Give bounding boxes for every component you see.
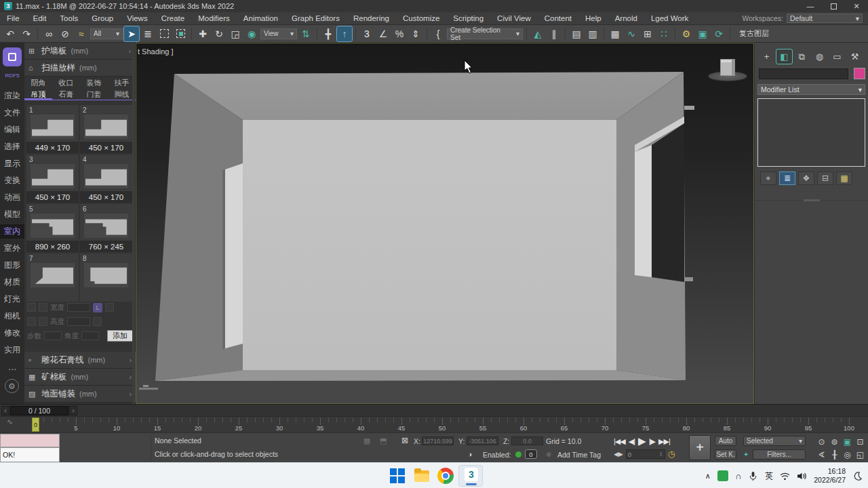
tray-dark-app-icon[interactable]: ∩ (735, 471, 741, 481)
render-setup-icon[interactable]: ⚙ (679, 26, 694, 41)
viewport-label[interactable]: t Shading ] (138, 47, 174, 56)
set-key-button[interactable]: Set K. (715, 449, 736, 460)
add-time-tag-button[interactable]: Add Time Tag (557, 451, 601, 459)
menu-rendering[interactable]: Rendering (347, 12, 396, 24)
transform-typein-icon[interactable]: ⊠ (401, 436, 408, 445)
rail-item-9[interactable]: 室内 (0, 224, 24, 239)
tray-overflow-button[interactable]: ∧ (705, 472, 711, 481)
rail-item-11[interactable]: 图形 (0, 258, 24, 272)
zoom-all-icon[interactable]: ⊚ (828, 435, 841, 448)
chrome-icon[interactable] (437, 468, 454, 484)
curve-editor-icon[interactable]: ∿ (624, 26, 639, 41)
zoom-icon[interactable]: ⊙ (815, 435, 828, 448)
time-slider-handle[interactable]: 0 / 100 (10, 406, 68, 415)
pin-stack-button[interactable]: ⌖ (760, 171, 776, 185)
tab-收口[interactable]: 收口 (52, 77, 80, 89)
next-step-button2[interactable] (39, 317, 47, 326)
rail-item-13[interactable]: 灯光 (0, 292, 24, 306)
material-editor-icon[interactable]: ∷ (656, 26, 671, 41)
profile-item-8[interactable]: 8 (80, 253, 132, 302)
z-coordinate-field[interactable]: 0.0 (511, 436, 543, 445)
tab-门套[interactable]: 门套 (80, 89, 108, 100)
go-end-button[interactable]: ▶▶| (658, 437, 670, 446)
rail-item-1[interactable]: 渲染 (0, 89, 24, 103)
section-header-sweep[interactable]: ⌂ 扫描放样(mm) (24, 60, 135, 77)
next-step-button[interactable] (39, 303, 47, 312)
pan-icon[interactable]: ╂ (828, 448, 841, 461)
menu-group[interactable]: Group (85, 12, 120, 24)
plugin-logo-icon[interactable] (3, 47, 22, 66)
profile-item-4[interactable]: 4450 × 170 (80, 155, 132, 203)
wifi-icon[interactable] (780, 471, 790, 481)
width-extra-button[interactable] (105, 303, 114, 312)
ref-coordsys-dropdown[interactable]: View▾ (260, 28, 297, 39)
set-keys-button[interactable]: + (689, 435, 711, 460)
menu-tools[interactable]: Tools (53, 12, 85, 24)
display-tab[interactable]: ▭ (829, 49, 845, 64)
rail-item-4[interactable]: 选择 (0, 140, 24, 154)
menu-graph-editors[interactable]: Graph Editors (285, 12, 347, 24)
frame-number-spinner[interactable]: 0⇕ (626, 449, 665, 459)
undo-icon[interactable]: ↶ (3, 26, 18, 41)
isolate-toggle-icon[interactable]: ▦ (363, 436, 370, 445)
select-object-icon[interactable]: ➤ (124, 26, 139, 41)
maximize-viewport-icon[interactable]: ◱ (854, 448, 867, 461)
align-icon[interactable]: ∥ (547, 26, 561, 41)
rail-item-16[interactable]: 实用 (0, 343, 24, 357)
rail-more-button[interactable]: ⋯ (0, 362, 24, 376)
key-selection-dropdown[interactable]: Selected▾ (743, 436, 806, 446)
key-step-arrows[interactable]: ◀▶ (614, 451, 623, 458)
panel-divider[interactable] (755, 200, 868, 201)
section-header-3[interactable]: ▫雕花石膏线(mm)› (24, 352, 136, 369)
volume-icon[interactable] (797, 471, 807, 481)
prev-step-button2[interactable] (27, 317, 36, 326)
play-button[interactable]: ▶ (638, 435, 646, 447)
height-input[interactable] (67, 317, 90, 326)
keyboard-override-icon[interactable]: ↑ (337, 26, 352, 41)
mirror-icon[interactable]: ◭ (530, 26, 545, 41)
selection-lock-icon[interactable]: ⬒ (380, 436, 387, 445)
hierarchy-tab[interactable]: ⧉ (794, 49, 810, 64)
section-header-4[interactable]: ▦矿棉板(mm)› (24, 369, 136, 386)
zoom-extents-all-icon[interactable]: ⊡ (854, 435, 867, 448)
modifier-stack[interactable] (757, 98, 865, 167)
time-slider[interactable]: ‹ 0 / 100 › (0, 404, 868, 416)
x-coordinate-field[interactable]: 12710.599 (422, 436, 454, 445)
select-place-icon[interactable]: ◉ (244, 26, 259, 41)
render-production-icon[interactable]: ⟳ (711, 26, 726, 41)
track-bar[interactable]: 0510152025303540455055606570758085909510… (0, 416, 868, 432)
current-frame-marker[interactable]: 0 (32, 418, 39, 432)
next-frame-button[interactable]: › (69, 406, 77, 415)
tab-石膏[interactable]: 石膏 (52, 89, 80, 100)
rail-item-6[interactable]: 变换 (0, 174, 24, 188)
toggle-layer-explorer-icon[interactable]: ▥ (585, 26, 600, 41)
y-coordinate-field[interactable]: -3051.106 (467, 436, 498, 445)
menu-file[interactable]: File (0, 12, 26, 24)
angle-snap-icon[interactable]: ∠ (376, 26, 391, 41)
tab-装饰[interactable]: 装饰 (80, 77, 108, 89)
utilities-tab[interactable]: ⚒ (847, 49, 863, 64)
orbit-icon[interactable]: ◎ (841, 448, 854, 461)
create-tab[interactable]: + (759, 49, 774, 64)
file-explorer-icon[interactable] (414, 468, 430, 484)
unlink-icon[interactable]: ⊘ (58, 26, 73, 41)
redo-icon[interactable]: ↷ (19, 26, 34, 41)
workspaces-dropdown[interactable]: Default▾ (787, 14, 863, 23)
section-header-wall-panel[interactable]: ⊞ 护墙板(mm) › (24, 43, 135, 60)
select-manipulate-icon[interactable]: ╋ (321, 26, 336, 41)
named-selection-dropdown[interactable]: Create Selection Set▾ (447, 28, 523, 39)
menu-modifiers[interactable]: Modifiers (191, 12, 237, 24)
profile-item-5[interactable]: 5890 × 260 (26, 204, 79, 252)
profile-item-1[interactable]: 1449 × 170 (26, 105, 79, 153)
taskbar-3dsmax-icon[interactable]: 3 (458, 465, 483, 487)
selection-filter-dropdown[interactable]: All▾ (90, 28, 123, 39)
rail-item-5[interactable]: 显示 (0, 157, 24, 171)
bind-space-warp-icon[interactable]: ≈ (74, 26, 89, 41)
ime-indicator[interactable]: 英 (765, 470, 773, 482)
width-input[interactable] (67, 303, 90, 312)
rail-item-12[interactable]: 材质 (0, 275, 24, 289)
prev-step-button[interactable] (27, 303, 36, 312)
key-filter-icon[interactable]: ✦ (743, 451, 749, 458)
fov-icon[interactable]: ∢ (815, 448, 828, 461)
rail-item-10[interactable]: 室外 (0, 241, 24, 256)
